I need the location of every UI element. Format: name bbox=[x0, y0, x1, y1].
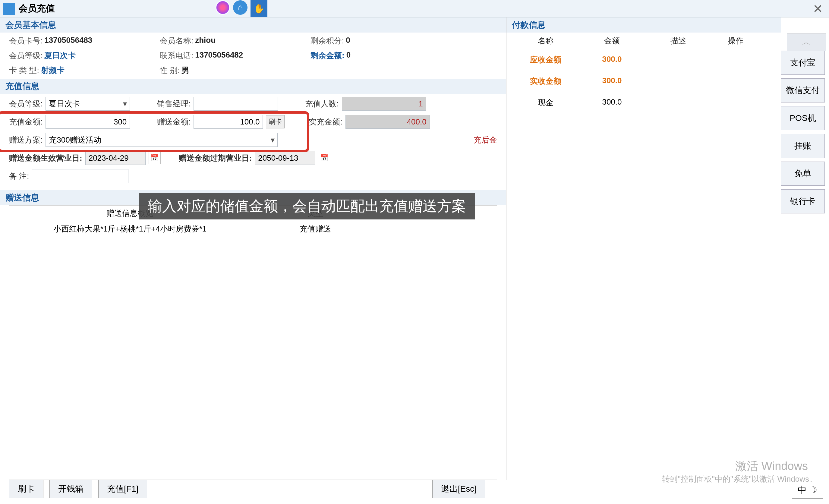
level-value: 夏日次卡 bbox=[44, 50, 76, 61]
points-value: 0 bbox=[346, 36, 350, 46]
plan-label: 赠送方案: bbox=[9, 135, 42, 145]
name-label: 会员名称: bbox=[160, 36, 193, 46]
people-label: 充值人数: bbox=[305, 99, 338, 109]
card-type-value: 射频卡 bbox=[41, 65, 65, 76]
pay-buttons: 支付宝 微信支付 POS机 挂账 免单 银行卡 bbox=[781, 17, 829, 480]
pay-bankcard-button[interactable]: 银行卡 bbox=[781, 189, 825, 213]
gift-table: 赠送信息概览 类型 小西红柿大果*1斤+杨桃*1斤+4小时房费券*1 充值赠送 bbox=[9, 205, 497, 480]
gift-desc: 小西红柿大果*1斤+杨桃*1斤+4小时房费券*1 bbox=[9, 224, 251, 234]
pay-wechat-button[interactable]: 微信支付 bbox=[781, 78, 825, 103]
expire-input[interactable] bbox=[255, 151, 315, 165]
actual-label: 实充金额: bbox=[309, 117, 342, 127]
payment-area: 付款信息 名称 金额 描述 操作 应收金额 300.0 实收金额 300.0 现… bbox=[506, 17, 781, 480]
level-label: 会员等级: bbox=[9, 50, 42, 61]
pcol-name: 名称 bbox=[512, 36, 579, 46]
swipe-card-small-button[interactable]: 刷卡 bbox=[266, 115, 285, 129]
collapse-button[interactable]: ︿ bbox=[787, 33, 826, 51]
gender-label: 性 别: bbox=[160, 65, 180, 76]
recharge-section-header: 充值信息 bbox=[0, 79, 506, 94]
sales-mgr-input[interactable] bbox=[193, 97, 278, 111]
close-button[interactable]: ✕ bbox=[813, 2, 823, 16]
card-type-label: 卡 类 型: bbox=[9, 65, 39, 76]
balance-label: 剩余金额: bbox=[311, 50, 345, 61]
rlevel-select[interactable]: 夏日次卡 bbox=[45, 97, 130, 111]
pay-name-1: 实收金额 bbox=[512, 76, 579, 86]
card-no-value: 13705056483 bbox=[44, 36, 92, 46]
pay-row-received: 实收金额 300.0 bbox=[506, 71, 781, 92]
remark-label: 备 注: bbox=[9, 171, 29, 181]
after-amount-label: 充后金 bbox=[474, 135, 497, 145]
calendar-icon-2[interactable]: 📅 bbox=[318, 152, 330, 164]
pay-amount-0: 300.0 bbox=[579, 55, 645, 65]
rlevel-label: 会员等级: bbox=[9, 99, 42, 109]
actual-input bbox=[346, 115, 430, 129]
home-icon[interactable]: ⌂ bbox=[233, 0, 248, 15]
title-center-icons: ⌂ ✋ bbox=[216, 0, 267, 17]
people-input bbox=[342, 97, 426, 111]
amount-input[interactable] bbox=[45, 115, 130, 129]
right-panel: 付款信息 名称 金额 描述 操作 应收金额 300.0 实收金额 300.0 现… bbox=[506, 17, 829, 480]
pay-name-0: 应收金额 bbox=[512, 55, 579, 65]
gender-value: 男 bbox=[181, 65, 189, 76]
pay-alipay-button[interactable]: 支付宝 bbox=[781, 51, 825, 75]
gift-amount-label: 赠送金额: bbox=[157, 117, 190, 127]
member-info: 会员卡号: 13705056483 会员名称: zhiou 剩余积分: 0 会员… bbox=[0, 33, 506, 79]
phone-label: 联系电话: bbox=[160, 50, 193, 61]
name-value: zhiou bbox=[195, 36, 216, 46]
expire-label: 赠送金额过期营业日: bbox=[179, 153, 252, 164]
pay-free-button[interactable]: 免单 bbox=[781, 161, 825, 186]
pay-amount-1: 300.0 bbox=[579, 76, 645, 86]
ime-indicator[interactable]: 中 ☽ bbox=[792, 482, 823, 499]
pay-amount-2: 300.0 bbox=[579, 97, 645, 108]
pay-row-cash: 现金 300.0 bbox=[506, 92, 781, 113]
payment-section-header: 付款信息 bbox=[506, 17, 781, 33]
watermark: 激活 Windows bbox=[735, 459, 808, 474]
app-icon bbox=[3, 3, 15, 15]
pay-pos-button[interactable]: POS机 bbox=[781, 106, 825, 130]
gift-amount-input[interactable] bbox=[193, 115, 263, 129]
pay-credit-button[interactable]: 挂账 bbox=[781, 134, 825, 158]
pcol-desc: 描述 bbox=[645, 36, 712, 46]
plan-select[interactable]: 充300赠送活动 bbox=[45, 133, 278, 147]
points-label: 剩余积分: bbox=[311, 36, 344, 46]
recharge-section: 会员等级: 夏日次卡 销售经理: 充值人数: 充值金额: 赠送金额: bbox=[0, 94, 506, 190]
pay-row-due: 应收金额 300.0 bbox=[506, 49, 781, 71]
pay-name-2: 现金 bbox=[512, 97, 579, 108]
card-no-label: 会员卡号: bbox=[9, 36, 42, 46]
sales-mgr-label: 销售经理: bbox=[157, 99, 190, 109]
hand-icon[interactable]: ✋ bbox=[251, 0, 267, 17]
left-panel: 会员基本信息 会员卡号: 13705056483 会员名称: zhiou 剩余积… bbox=[0, 17, 506, 480]
balance-value: 0 bbox=[347, 50, 351, 61]
title-bar: 会员充值 ⌂ ✋ ✕ bbox=[0, 0, 829, 17]
effective-label: 赠送金额生效营业日: bbox=[9, 153, 82, 164]
swipe-button[interactable]: 刷卡 bbox=[9, 480, 43, 498]
bottom-bar: 刷卡 开钱箱 充值[F1] 退出[Esc] bbox=[0, 477, 506, 501]
swirl-icon[interactable] bbox=[216, 0, 230, 15]
window-title: 会员充值 bbox=[19, 2, 55, 15]
phone-value: 13705056482 bbox=[195, 50, 243, 61]
amount-label: 充值金额: bbox=[9, 117, 42, 127]
pcol-action: 操作 bbox=[712, 36, 760, 46]
exit-button[interactable]: 退出[Esc] bbox=[432, 480, 485, 498]
recharge-button[interactable]: 充值[F1] bbox=[98, 480, 147, 498]
remark-input[interactable] bbox=[32, 169, 129, 183]
subtitle-overlay: 输入对应的储值金额，会自动匹配出充值赠送方案 bbox=[139, 193, 475, 219]
member-section-header: 会员基本信息 bbox=[0, 17, 506, 33]
calendar-icon-1[interactable]: 📅 bbox=[149, 152, 161, 164]
pcol-amount: 金额 bbox=[579, 36, 645, 46]
open-drawer-button[interactable]: 开钱箱 bbox=[49, 480, 92, 498]
gift-row[interactable]: 小西红柿大果*1斤+杨桃*1斤+4小时房费券*1 充值赠送 bbox=[9, 221, 497, 237]
effective-input[interactable] bbox=[85, 151, 146, 165]
gift-type: 充值赠送 bbox=[251, 224, 380, 234]
pay-table-head: 名称 金额 描述 操作 bbox=[506, 33, 781, 49]
